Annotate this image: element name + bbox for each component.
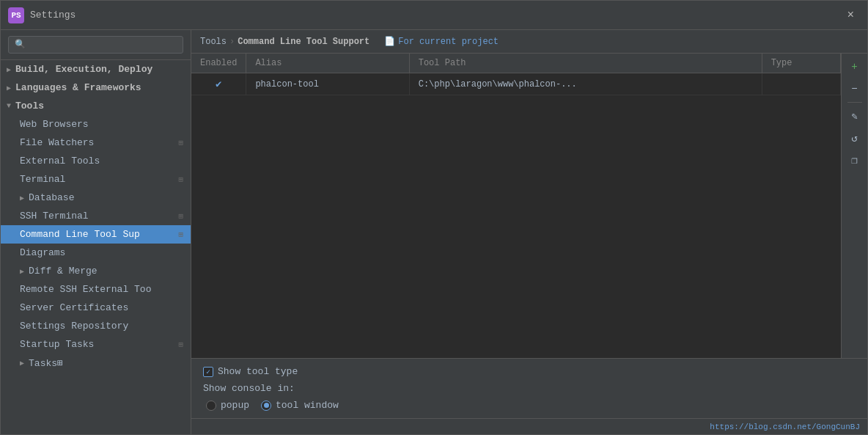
show-console-row: Show console in: <box>203 383 856 394</box>
sidebar-item-settings-repository[interactable]: Settings Repository <box>1 317 191 335</box>
bottom-panel: Show tool type Show console in: popup to… <box>191 358 867 418</box>
sidebar-list: ▶ Build, Execution, Deploy ▶ Languages &… <box>1 60 191 434</box>
radio-tool-window[interactable] <box>261 401 271 411</box>
item-label: Terminal <box>20 174 65 185</box>
breadcrumb-root: Tools <box>200 37 227 47</box>
add-button[interactable]: + <box>845 56 865 77</box>
sidebar-group-label: Tools <box>15 100 44 112</box>
show-tool-type-checkbox[interactable] <box>203 367 213 377</box>
radio-option-tool-window[interactable]: tool window <box>261 400 339 411</box>
sidebar-group-label: Languages & Frameworks <box>15 82 141 93</box>
type-cell <box>762 73 840 95</box>
item-label: File Watchers <box>20 137 94 148</box>
radio-tool-window-label: tool window <box>276 400 339 411</box>
radio-popup-label: popup <box>221 400 249 411</box>
sidebar-item-file-watchers[interactable]: File Watchers ⊞ <box>1 134 191 152</box>
item-label: Settings Repository <box>20 321 128 332</box>
enabled-cell: ✔ <box>191 73 246 95</box>
item-label: Diagrams <box>20 247 65 258</box>
copy-button[interactable]: ❐ <box>845 150 865 170</box>
breadcrumb: Tools › Command Line Tool Support 📄 For … <box>191 30 867 54</box>
sidebar-group-label: Build, Execution, Deploy <box>15 64 152 75</box>
arrow-icon: ▶ <box>7 84 11 92</box>
item-label: Web Browsers <box>20 119 89 130</box>
show-tool-type-label: Show tool type <box>218 366 298 377</box>
arrow-icon: ▶ <box>20 267 24 276</box>
sidebar-item-external-tools[interactable]: External Tools <box>1 152 191 170</box>
sidebar-item-diff-merge[interactable]: ▶ Diff & Merge <box>1 262 191 280</box>
item-label: Server Certificates <box>20 302 128 313</box>
tools-table: Enabled Alias Tool Path Type <box>191 54 841 95</box>
item-label: Remote SSH External Too <box>20 284 151 295</box>
col-alias: Alias <box>246 54 409 73</box>
sidebar-item-server-certificates[interactable]: Server Certificates <box>1 299 191 317</box>
col-tool-path: Tool Path <box>409 54 762 73</box>
show-console-label: Show console in: <box>203 383 295 394</box>
search-box <box>1 30 191 60</box>
url-text: https://blog.csdn.net/GongCunBJ <box>710 423 860 431</box>
arrow-icon: ▶ <box>20 359 24 368</box>
sidebar-item-web-browsers[interactable]: Web Browsers <box>1 115 191 134</box>
check-icon: ✔ <box>216 78 221 90</box>
sidebar-item-ssh-terminal[interactable]: SSH Terminal ⊞ <box>1 207 191 225</box>
radio-option-popup[interactable]: popup <box>206 400 249 411</box>
project-label: For current project <box>398 37 499 47</box>
breadcrumb-separator: › <box>229 37 235 47</box>
search-input[interactable] <box>8 36 183 54</box>
table-toolbar: + − ✎ ↺ ❐ <box>841 54 867 358</box>
sidebar-item-diagrams[interactable]: Diagrams <box>1 244 191 262</box>
col-type: Type <box>762 54 840 73</box>
tool-path-cell: C:\php\laragon\www\phalcon-... <box>409 73 762 95</box>
breadcrumb-current: Command Line Tool Support <box>238 37 369 47</box>
sidebar-item-languages-frameworks[interactable]: ▶ Languages & Frameworks <box>1 78 191 97</box>
item-label: Command Line Tool Sup <box>20 229 140 240</box>
radio-popup[interactable] <box>206 401 216 411</box>
project-icon: 📄 <box>384 36 395 47</box>
table-area: Enabled Alias Tool Path Type <box>191 54 867 358</box>
refresh-button[interactable]: ↺ <box>845 128 865 148</box>
main-panel: Tools › Command Line Tool Support 📄 For … <box>191 30 867 434</box>
show-tool-type-row: Show tool type <box>203 366 856 377</box>
title-bar: PS Settings × <box>1 1 867 30</box>
settings-window: PS Settings × ▶ Build, Execution, Deploy… <box>0 0 868 435</box>
edit-button[interactable]: ✎ <box>845 106 865 126</box>
tasks-icon: ⊞ <box>57 357 63 369</box>
app-logo: PS <box>8 7 24 23</box>
radio-group: popup tool window <box>203 400 856 411</box>
close-button[interactable]: × <box>841 6 860 25</box>
sidebar-item-tasks[interactable]: ▶ Tasks ⊞ <box>1 354 191 373</box>
item-label: Startup Tasks <box>20 339 94 350</box>
sidebar-item-terminal[interactable]: Terminal ⊞ <box>1 170 191 189</box>
sidebar-item-build-execution-deploy[interactable]: ▶ Build, Execution, Deploy <box>1 60 191 78</box>
table-container: Enabled Alias Tool Path Type <box>191 54 841 358</box>
sidebar: ▶ Build, Execution, Deploy ▶ Languages &… <box>1 30 191 434</box>
startup-icon: ⊞ <box>178 340 183 349</box>
sidebar-item-startup-tasks[interactable]: Startup Tasks ⊞ <box>1 335 191 354</box>
sidebar-item-remote-ssh-external-tools[interactable]: Remote SSH External Too <box>1 280 191 299</box>
col-enabled: Enabled <box>191 54 246 73</box>
remove-button[interactable]: − <box>845 78 865 99</box>
item-label: External Tools <box>20 156 100 167</box>
item-label: SSH Terminal <box>20 211 89 222</box>
project-scope: 📄 For current project <box>384 36 499 47</box>
sidebar-item-command-line-tool-support[interactable]: Command Line Tool Sup ⊞ <box>1 225 191 244</box>
item-label: Database <box>29 192 74 203</box>
alias-cell: phalcon-tool <box>246 73 409 95</box>
item-label: Diff & Merge <box>29 266 98 277</box>
arrow-icon: ▶ <box>7 65 11 74</box>
arrow-icon: ▼ <box>7 102 11 110</box>
item-label: Tasks <box>29 358 57 369</box>
main-content: ▶ Build, Execution, Deploy ▶ Languages &… <box>1 30 867 434</box>
table-row[interactable]: ✔ phalcon-tool C:\php\laragon\www\phalco… <box>191 73 841 95</box>
sidebar-item-tools[interactable]: ▼ Tools <box>1 97 191 115</box>
ssh-icon: ⊞ <box>178 211 183 221</box>
sidebar-item-database[interactable]: ▶ Database <box>1 189 191 207</box>
terminal-icon: ⊞ <box>178 175 183 184</box>
status-bar: https://blog.csdn.net/GongCunBJ <box>191 418 867 434</box>
toolbar-divider <box>847 102 862 103</box>
window-title: Settings <box>30 10 841 21</box>
file-watchers-icon: ⊞ <box>178 138 183 147</box>
arrow-icon: ▶ <box>20 194 24 202</box>
cmd-icon: ⊞ <box>178 230 183 239</box>
